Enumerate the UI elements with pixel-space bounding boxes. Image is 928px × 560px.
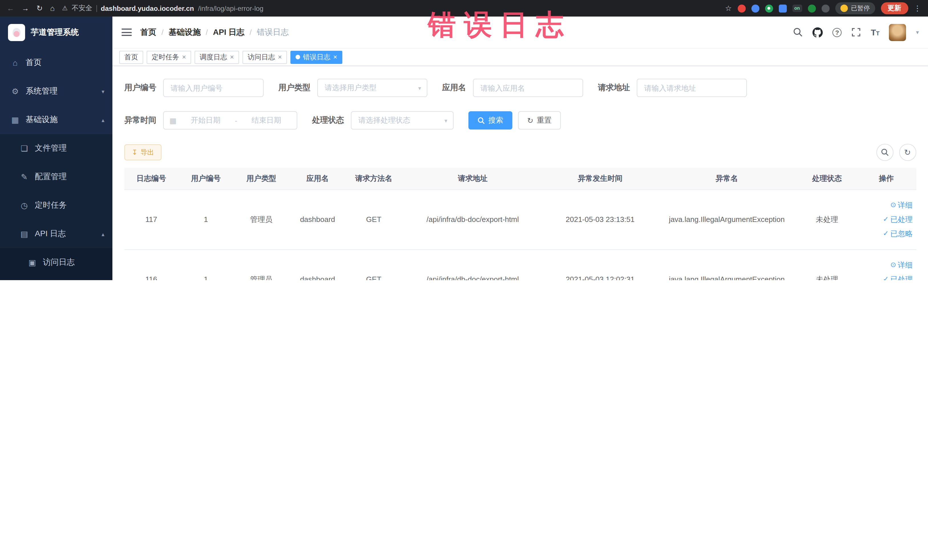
sidebar-item-api-log[interactable]: ▤API 日志▴ <box>0 220 112 248</box>
topbar-actions: ? TT ▾ <box>793 24 919 41</box>
exception-time-range-picker[interactable]: ▦ 开始日期 - 结束日期 <box>163 111 297 130</box>
user-id-input[interactable] <box>163 79 264 97</box>
breadcrumb: 首页 / 基础设施 / API 日志 / 错误日志 <box>140 27 289 37</box>
search-button-label: 搜索 <box>488 115 503 125</box>
tab-home[interactable]: 首页 <box>119 50 143 64</box>
check-icon: ✓ <box>883 226 888 241</box>
user-avatar[interactable] <box>889 24 906 41</box>
warning-icon: ⚠ <box>62 5 68 12</box>
close-icon[interactable]: × <box>278 53 282 61</box>
start-date-placeholder: 开始日期 <box>181 115 230 125</box>
detail-link[interactable]: ⊙详细 <box>859 198 913 212</box>
page-content: 用户编号 用户类型 请选择用户类型 ▾ 应用名 请求地址 <box>112 66 928 280</box>
browser-home-icon[interactable]: ⌂ <box>50 5 55 12</box>
fullscreen-button[interactable] <box>851 27 861 37</box>
download-icon: ↧ <box>132 148 137 156</box>
profile-badge[interactable]: 已暂停 <box>835 2 875 14</box>
processed-link[interactable]: ✓已处理 <box>859 272 913 280</box>
export-button-label: 导出 <box>140 148 154 157</box>
hamburger-icon[interactable] <box>122 29 132 36</box>
toggle-search-button[interactable] <box>876 144 893 161</box>
browser-back-icon[interactable]: ← <box>7 5 14 12</box>
address-bar[interactable]: ⚠ 不安全 dashboard.yudao.iocoder.cn/infra/l… <box>62 3 264 13</box>
chevron-down-icon[interactable]: ▾ <box>916 29 919 35</box>
breadcrumb-api-log[interactable]: API 日志 <box>213 27 244 37</box>
extension-icon[interactable] <box>737 4 745 12</box>
sidebar-item-file-management[interactable]: ❏文件管理 <box>0 134 112 163</box>
sidebar-item-config-management[interactable]: ✎配置管理 <box>0 163 112 191</box>
browser-reload-icon[interactable]: ↻ <box>37 5 43 12</box>
close-icon[interactable]: × <box>333 53 337 61</box>
log-icon: ▤ <box>20 229 29 238</box>
folder-icon: ❏ <box>20 144 29 153</box>
font-size-button[interactable]: TT <box>871 27 879 37</box>
export-button[interactable]: ↧ 导出 <box>124 144 162 160</box>
tab-scheduled-tasks[interactable]: 定时任务× <box>147 50 191 64</box>
chevron-down-icon: ▾ <box>102 88 104 95</box>
chevron-down-icon: ▾ <box>444 117 447 124</box>
process-status-select[interactable]: 请选择处理状态 ▾ <box>351 111 453 130</box>
tab-schedule-log[interactable]: 调度日志× <box>195 50 239 64</box>
eye-icon: ⊙ <box>890 198 896 212</box>
update-button[interactable]: 更新 <box>881 2 908 14</box>
eye-icon: ⊙ <box>890 258 896 272</box>
user-type-select[interactable]: 请选择用户类型 ▾ <box>317 79 427 97</box>
breadcrumb-error-log: 错误日志 <box>257 27 289 37</box>
sidebar-item-access-log[interactable]: ▣访问日志 <box>0 248 112 277</box>
processed-link[interactable]: ✓已处理 <box>859 212 913 226</box>
detail-link[interactable]: ⊙详细 <box>859 258 913 272</box>
column-header: 异常名 <box>656 168 797 189</box>
cell-method: GET <box>346 189 401 249</box>
cell-time: 2021-05-03 12:02:31 <box>544 249 656 280</box>
search-button[interactable] <box>793 27 803 37</box>
sidebar-item-label: 配置管理 <box>35 172 67 182</box>
tab-access-log[interactable]: 访问日志× <box>243 50 287 64</box>
request-url-input[interactable] <box>637 79 747 97</box>
card-tools: ↻ <box>876 144 916 161</box>
sidebar-item-label: 文件管理 <box>35 143 67 154</box>
chevron-up-icon: ▴ <box>102 231 104 237</box>
search-icon <box>793 27 803 37</box>
chevron-down-icon: ▾ <box>418 85 421 91</box>
extension-icon[interactable] <box>778 4 786 12</box>
extension-icon[interactable] <box>765 4 773 12</box>
breadcrumb-infrastructure[interactable]: 基础设施 <box>169 27 200 37</box>
sidebar-item-scheduled-tasks[interactable]: ◷定时任务 <box>0 191 112 220</box>
close-icon[interactable]: × <box>182 53 186 61</box>
extension-icon[interactable] <box>807 4 816 12</box>
search-submit-button[interactable]: 搜索 <box>469 111 512 130</box>
edit-icon: ✎ <box>20 172 29 182</box>
column-header: 异常发生时间 <box>544 168 656 189</box>
app-name-input[interactable] <box>473 79 583 97</box>
bookmark-star-icon[interactable]: ☆ <box>725 5 732 12</box>
ignored-link[interactable]: ✓已忽略 <box>859 226 913 241</box>
github-button[interactable] <box>812 27 823 37</box>
cell-user-id: 1 <box>178 249 234 280</box>
calendar-icon: ▦ <box>169 116 177 125</box>
cell-status: 未处理 <box>797 249 857 280</box>
extension-icon[interactable] <box>821 4 829 12</box>
request-url-label: 请求地址 <box>598 83 630 93</box>
browser-menu-icon[interactable]: ⋮ <box>914 5 921 12</box>
clock-icon: ◷ <box>20 201 29 210</box>
reset-button[interactable]: ↻ 重置 <box>518 111 561 130</box>
close-icon[interactable]: × <box>230 53 234 61</box>
extension-on-icon[interactable]: on <box>792 5 802 12</box>
sidebar-item-home[interactable]: ⌂首页 <box>0 49 112 77</box>
sidebar-item-error-log[interactable]: ▣错误日志 <box>0 277 112 280</box>
sidebar-item-infrastructure[interactable]: ▦基础设施▴ <box>0 105 112 134</box>
home-icon: ⌂ <box>10 58 20 67</box>
cell-actions: ⊙详细✓已处理✓已忽略 <box>857 189 916 249</box>
help-button[interactable]: ? <box>832 27 841 37</box>
cell-actions: ⊙详细✓已处理✓已忽略 <box>857 249 916 280</box>
tab-error-log[interactable]: 错误日志× <box>290 50 342 64</box>
breadcrumb-home[interactable]: 首页 <box>140 27 156 37</box>
browser-forward-icon[interactable]: → <box>22 5 29 12</box>
sidebar-item-system-management[interactable]: ⚙系统管理▾ <box>0 77 112 105</box>
cell-app: dashboard <box>289 249 346 280</box>
cell-status: 未处理 <box>797 189 857 249</box>
extension-icon[interactable] <box>751 4 759 12</box>
refresh-button[interactable]: ↻ <box>899 144 916 161</box>
address-divider <box>96 5 97 12</box>
column-header: 请求方法名 <box>346 168 401 189</box>
